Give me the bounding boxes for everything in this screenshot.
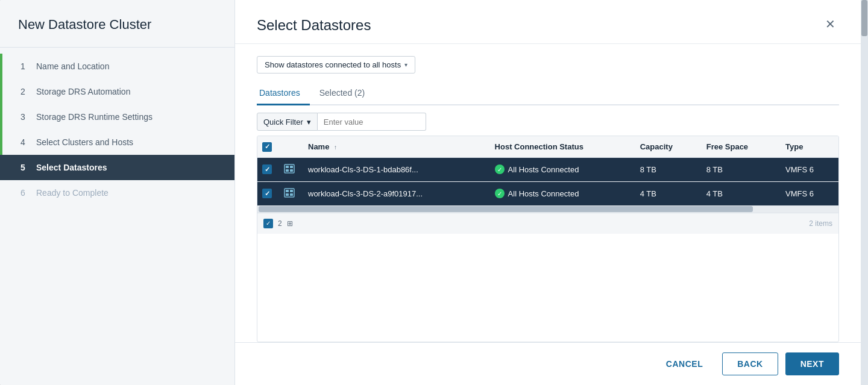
steps-nav: 1Name and Location2Storage DRS Automatio…	[0, 48, 234, 211]
row-checkbox-cell	[257, 157, 281, 181]
svg-rect-6	[286, 190, 289, 192]
svg-rect-9	[290, 193, 293, 196]
main-body: Show datastores connected to all hosts ▾…	[235, 44, 861, 342]
sidebar-step-4[interactable]: 4Select Clusters and Hosts	[0, 130, 234, 155]
row-icon-cell	[281, 157, 301, 181]
tab-bar: Datastores Selected (2)	[257, 83, 839, 105]
svg-rect-1	[286, 166, 289, 168]
type-column-header: Type	[778, 136, 838, 157]
svg-rect-4	[290, 169, 293, 172]
row-host-connection-status: ✓ All Hosts Connected	[488, 181, 633, 205]
filter-dropdown-label: Show datastores connected to all hosts	[265, 60, 401, 69]
row-name: workload-Cls-3-DS-2-a9f01917...	[301, 181, 488, 205]
sort-asc-icon: ↑	[334, 144, 337, 151]
row-host-connection-status: ✓ All Hosts Connected	[488, 157, 633, 181]
table-row: workload-Cls-3-DS-2-a9f01917... ✓ All Ho…	[257, 181, 838, 205]
step-number: 4	[20, 137, 30, 147]
quick-filter-row: Quick Filter ▾	[257, 113, 839, 131]
datastore-table-container: Name ↑ Host Connection Status Capacity	[257, 136, 839, 342]
status-text: All Hosts Connected	[508, 165, 579, 174]
vertical-scrollbar-thumb	[861, 0, 867, 36]
select-all-column	[257, 136, 281, 157]
step-label: Name and Location	[36, 61, 109, 71]
host-filter-dropdown[interactable]: Show datastores connected to all hosts ▾	[257, 56, 415, 74]
row-capacity: 8 TB	[633, 157, 699, 181]
chevron-down-icon: ▾	[404, 61, 407, 68]
dialog-title: New Datastore Cluster	[0, 0, 234, 48]
row-name: workload-Cls-3-DS-1-bdab86f...	[301, 157, 488, 181]
next-button[interactable]: NEXT	[785, 352, 839, 375]
table-bottom-bar: 2 ⊞ 2 items	[257, 213, 838, 234]
horizontal-scrollbar[interactable]	[257, 205, 838, 213]
sidebar-step-2[interactable]: 2Storage DRS Automation	[0, 79, 234, 104]
table-body: workload-Cls-3-DS-1-bdab86f... ✓ All Hos…	[257, 157, 838, 205]
free-space-column-header: Free Space	[699, 136, 778, 157]
step-number: 1	[20, 61, 30, 71]
horizontal-scrollbar-thumb	[259, 206, 753, 212]
datastore-table: Name ↑ Host Connection Status Capacity	[257, 136, 838, 205]
quick-filter-label: Quick Filter	[263, 117, 303, 127]
back-button[interactable]: BACK	[722, 352, 778, 375]
close-button[interactable]: ✕	[822, 17, 839, 31]
vertical-scrollbar[interactable]	[861, 0, 868, 385]
selected-count: 2	[278, 219, 282, 228]
new-datastore-cluster-dialog: New Datastore Cluster 1Name and Location…	[0, 0, 868, 385]
bottom-bar-left: 2 ⊞	[263, 219, 293, 228]
svg-rect-2	[290, 166, 293, 168]
bottom-checkbox[interactable]	[263, 219, 273, 228]
svg-rect-3	[286, 169, 289, 172]
step-label: Select Datastores	[36, 163, 107, 172]
row-icon-cell	[281, 181, 301, 205]
main-header: Select Datastores ✕	[235, 0, 861, 44]
connected-status-icon: ✓	[495, 164, 505, 174]
datastore-icon	[284, 164, 295, 174]
page-title: Select Datastores	[257, 17, 371, 34]
step-number: 6	[20, 188, 30, 198]
step-label: Select Clusters and Hosts	[36, 137, 133, 147]
capacity-column-header: Capacity	[633, 136, 699, 157]
connected-status-icon: ✓	[495, 189, 505, 198]
row-checkbox-0[interactable]	[262, 164, 272, 174]
icon-column	[281, 136, 301, 157]
step-number: 2	[20, 87, 30, 96]
svg-rect-7	[290, 190, 293, 192]
tab-selected[interactable]: Selected (2)	[317, 83, 374, 105]
sidebar-step-3[interactable]: 3Storage DRS Runtime Settings	[0, 104, 234, 130]
quick-filter-select[interactable]: Quick Filter ▾	[257, 113, 318, 131]
main-area: Select Datastores ✕ Show datastores conn…	[235, 0, 868, 385]
step-label: Storage DRS Runtime Settings	[36, 112, 153, 122]
sidebar: New Datastore Cluster 1Name and Location…	[0, 0, 235, 385]
row-capacity: 4 TB	[633, 181, 699, 205]
step-number: 3	[20, 112, 30, 122]
sidebar-step-5[interactable]: 5Select Datastores	[0, 155, 234, 180]
row-free-space: 8 TB	[699, 157, 778, 181]
row-type: VMFS 6	[778, 157, 838, 181]
dialog-footer: CANCEL BACK NEXT	[235, 342, 861, 385]
step-label: Ready to Complete	[36, 188, 108, 198]
cancel-button[interactable]: CANCEL	[654, 353, 715, 375]
datastore-icon	[284, 188, 295, 198]
row-checkbox-cell	[257, 181, 281, 205]
step-label: Storage DRS Automation	[36, 87, 130, 96]
items-count: 2 items	[809, 217, 832, 230]
grid-icon: ⊞	[287, 219, 293, 228]
table-header: Name ↑ Host Connection Status Capacity	[257, 136, 838, 157]
dialog-body: New Datastore Cluster 1Name and Location…	[0, 0, 868, 385]
quick-filter-input[interactable]	[318, 113, 426, 131]
row-free-space: 4 TB	[699, 181, 778, 205]
sidebar-step-6: 6Ready to Complete	[0, 180, 234, 205]
select-all-checkbox[interactable]	[262, 142, 272, 152]
name-column-header[interactable]: Name ↑	[301, 136, 488, 157]
row-checkbox-1[interactable]	[262, 189, 272, 198]
svg-rect-8	[286, 193, 289, 196]
status-text: All Hosts Connected	[508, 189, 579, 198]
table-row: workload-Cls-3-DS-1-bdab86f... ✓ All Hos…	[257, 157, 838, 181]
step-number: 5	[20, 163, 30, 172]
sidebar-step-1[interactable]: 1Name and Location	[0, 54, 234, 79]
main-content: Select Datastores ✕ Show datastores conn…	[235, 0, 861, 385]
chevron-down-icon: ▾	[307, 117, 311, 127]
tab-datastores[interactable]: Datastores	[257, 83, 310, 105]
row-type: VMFS 6	[778, 181, 838, 205]
host-connection-status-column-header: Host Connection Status	[488, 136, 633, 157]
